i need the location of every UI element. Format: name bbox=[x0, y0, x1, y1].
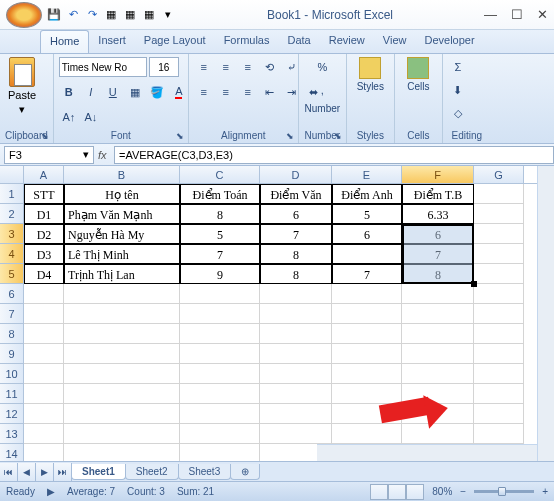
cell[interactable] bbox=[24, 424, 64, 444]
number-launcher-icon[interactable]: ⬊ bbox=[334, 131, 344, 141]
cell[interactable]: 8 bbox=[260, 264, 332, 284]
view-layout-button[interactable] bbox=[388, 484, 406, 500]
zoom-out-button[interactable]: − bbox=[460, 486, 466, 497]
cell[interactable] bbox=[180, 284, 260, 304]
cell[interactable] bbox=[64, 404, 180, 424]
row-header[interactable]: 5 bbox=[0, 264, 24, 284]
cell[interactable]: Trịnh Thị Lan bbox=[64, 264, 180, 284]
cell[interactable] bbox=[332, 304, 402, 324]
cell[interactable] bbox=[24, 384, 64, 404]
cell[interactable] bbox=[260, 364, 332, 384]
cell[interactable]: 7 bbox=[180, 244, 260, 264]
cell[interactable]: 8 bbox=[180, 204, 260, 224]
row-header[interactable]: 8 bbox=[0, 324, 24, 344]
cell[interactable] bbox=[332, 384, 402, 404]
cell[interactable] bbox=[64, 344, 180, 364]
qat-dropdown-icon[interactable]: ▾ bbox=[160, 7, 176, 23]
cell[interactable]: Điểm Anh bbox=[332, 184, 402, 204]
cell[interactable]: Lê Thị Minh bbox=[64, 244, 180, 264]
cell[interactable] bbox=[474, 204, 524, 224]
col-header-d[interactable]: D bbox=[260, 166, 332, 183]
save-icon[interactable]: 💾 bbox=[46, 7, 62, 23]
fx-icon[interactable]: fx bbox=[98, 149, 114, 161]
cell[interactable] bbox=[64, 324, 180, 344]
tab-developer[interactable]: Developer bbox=[415, 30, 483, 53]
autosum-button[interactable]: Σ bbox=[448, 57, 468, 77]
cell[interactable]: 9 bbox=[180, 264, 260, 284]
tab-home[interactable]: Home bbox=[40, 30, 89, 53]
vertical-scrollbar[interactable] bbox=[537, 166, 554, 461]
tab-data[interactable]: Data bbox=[278, 30, 319, 53]
status-macro-icon[interactable]: ▶ bbox=[47, 486, 55, 497]
cell[interactable] bbox=[180, 424, 260, 444]
qat-icon-1[interactable]: ▦ bbox=[103, 7, 119, 23]
cell[interactable] bbox=[260, 344, 332, 364]
cell[interactable]: Điểm Toán bbox=[180, 184, 260, 204]
cell[interactable]: STT bbox=[24, 184, 64, 204]
sheet-nav-last[interactable]: ⏭ bbox=[54, 463, 72, 481]
cell[interactable]: 7 bbox=[260, 224, 332, 244]
spreadsheet-grid[interactable]: A B C D E F G 1STTHọ tênĐiểm ToánĐiểm Vă… bbox=[0, 166, 554, 464]
col-header-c[interactable]: C bbox=[180, 166, 260, 183]
office-button[interactable] bbox=[6, 2, 42, 28]
row-header[interactable]: 2 bbox=[0, 204, 24, 224]
cell[interactable]: D4 bbox=[24, 264, 64, 284]
cell[interactable] bbox=[24, 284, 64, 304]
cell[interactable]: Nguyễn Hà My bbox=[64, 224, 180, 244]
col-header-f[interactable]: F bbox=[402, 166, 474, 183]
cell[interactable] bbox=[24, 364, 64, 384]
cell[interactable] bbox=[402, 364, 474, 384]
row-header[interactable]: 13 bbox=[0, 424, 24, 444]
cell[interactable] bbox=[332, 284, 402, 304]
cell[interactable] bbox=[474, 264, 524, 284]
zoom-thumb[interactable] bbox=[498, 487, 506, 496]
cell[interactable] bbox=[260, 284, 332, 304]
cell[interactable] bbox=[24, 324, 64, 344]
sheet-tab-new[interactable]: ⊕ bbox=[230, 464, 260, 480]
cell[interactable]: 5 bbox=[332, 204, 402, 224]
cell[interactable] bbox=[64, 424, 180, 444]
cell[interactable] bbox=[474, 424, 524, 444]
cell[interactable] bbox=[474, 224, 524, 244]
cell[interactable] bbox=[64, 364, 180, 384]
row-header[interactable]: 4 bbox=[0, 244, 24, 264]
cell[interactable] bbox=[402, 424, 474, 444]
orientation-button[interactable]: ⟲ bbox=[260, 57, 280, 77]
cell[interactable]: 6 bbox=[332, 224, 402, 244]
qat-icon-3[interactable]: ▦ bbox=[141, 7, 157, 23]
cell[interactable] bbox=[260, 384, 332, 404]
comma-button[interactable]: , bbox=[312, 80, 332, 100]
cell[interactable] bbox=[180, 344, 260, 364]
cell[interactable] bbox=[180, 324, 260, 344]
cell[interactable] bbox=[332, 344, 402, 364]
horizontal-scrollbar[interactable] bbox=[317, 444, 537, 461]
cell[interactable] bbox=[180, 304, 260, 324]
row-header[interactable]: 11 bbox=[0, 384, 24, 404]
cell[interactable] bbox=[332, 364, 402, 384]
cell[interactable] bbox=[474, 404, 524, 424]
cell[interactable] bbox=[260, 304, 332, 324]
name-box[interactable]: F3 ▾ bbox=[4, 146, 94, 164]
cell[interactable] bbox=[402, 404, 474, 424]
font-launcher-icon[interactable]: ⬊ bbox=[176, 131, 186, 141]
align-bottom-button[interactable]: ≡ bbox=[238, 57, 258, 77]
row-header[interactable]: 10 bbox=[0, 364, 24, 384]
col-header-b[interactable]: B bbox=[64, 166, 180, 183]
cell[interactable] bbox=[474, 324, 524, 344]
cell[interactable]: 6 bbox=[260, 204, 332, 224]
cell[interactable] bbox=[24, 404, 64, 424]
row-header[interactable]: 9 bbox=[0, 344, 24, 364]
cell[interactable] bbox=[402, 304, 474, 324]
font-name-input[interactable] bbox=[59, 57, 147, 77]
cell[interactable] bbox=[180, 384, 260, 404]
font-color-button[interactable]: A bbox=[169, 82, 189, 102]
cell[interactable]: 8 bbox=[260, 244, 332, 264]
cell[interactable] bbox=[332, 424, 402, 444]
cell[interactable] bbox=[402, 324, 474, 344]
sheet-nav-prev[interactable]: ◀ bbox=[18, 463, 36, 481]
cell[interactable]: 8 bbox=[402, 264, 474, 284]
cell[interactable] bbox=[332, 404, 402, 424]
fill-color-button[interactable]: 🪣 bbox=[147, 82, 167, 102]
underline-button[interactable]: U bbox=[103, 82, 123, 102]
col-header-a[interactable]: A bbox=[24, 166, 64, 183]
